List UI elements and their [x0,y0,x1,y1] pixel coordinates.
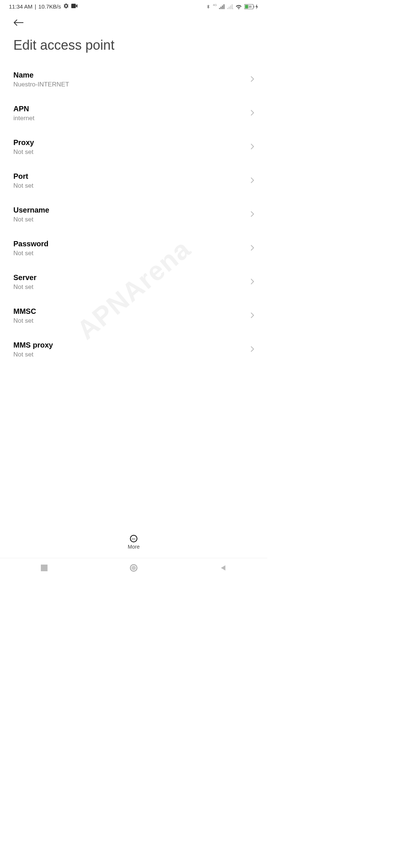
charging-icon [255,4,258,9]
setting-mmsc[interactable]: MMSC Not set [13,299,254,333]
setting-label: Password [13,240,246,248]
status-time: 11:34 AM [9,3,32,10]
chevron-right-icon [250,312,254,320]
gear-icon [63,3,69,10]
svg-rect-0 [71,4,76,8]
status-right: 4G × 38 [206,4,258,10]
setting-label: Proxy [13,138,246,147]
setting-value: Not set [13,317,246,325]
setting-port[interactable]: Port Not set [13,164,254,198]
battery-icon: 38 [244,4,258,9]
setting-value: Not set [13,351,246,358]
setting-mms-proxy[interactable]: MMS proxy Not set [13,333,254,366]
settings-list: Name Nuestro-INTERNET APN internet Proxy… [0,63,267,366]
setting-label: Name [13,71,246,79]
setting-apn[interactable]: APN internet [13,96,254,130]
chevron-right-icon [250,244,254,253]
setting-password[interactable]: Password Not set [13,231,254,265]
camera-icon [71,3,78,10]
chevron-right-icon [250,346,254,354]
signal-sim1-icon [219,4,225,9]
setting-label: MMS proxy [13,341,246,349]
svg-point-8 [131,566,136,570]
chevron-right-icon [250,177,254,185]
svg-text:×: × [232,7,233,9]
setting-label: Port [13,172,246,181]
page-title: Edit access point [0,31,267,63]
svg-text:38: 38 [248,4,252,8]
svg-rect-6 [41,565,48,571]
status-separator: | [35,3,36,10]
more-label: More [128,544,140,550]
setting-value: Not set [13,182,246,190]
wifi-icon [235,4,242,9]
bluetooth-icon [206,4,211,10]
chevron-right-icon [250,76,254,84]
setting-value: Not set [13,283,246,291]
network-4g-icon: 4G [213,3,217,7]
setting-label: APN [13,105,246,113]
navigation-bar [0,558,267,579]
status-bar: 11:34 AM | 10.7KB/s 4G × 38 [0,0,267,13]
setting-label: MMSC [13,307,246,316]
nav-back-button[interactable] [220,565,226,573]
setting-label: Username [13,206,246,214]
setting-value: Not set [13,148,246,156]
more-icon: ••• [130,535,137,542]
chevron-right-icon [250,143,254,151]
status-speed: 10.7KB/s [38,3,61,10]
setting-value: internet [13,115,246,122]
back-button[interactable] [13,19,24,26]
setting-value: Not set [13,250,246,257]
setting-server[interactable]: Server Not set [13,265,254,299]
bottom-toolbar: ••• More [0,530,267,554]
signal-sim2-icon: × [227,4,233,9]
setting-label: Server [13,273,246,282]
chevron-right-icon [250,211,254,219]
setting-value: Nuestro-INTERNET [13,81,246,88]
header [0,13,267,31]
setting-name[interactable]: Name Nuestro-INTERNET [13,63,254,96]
chevron-right-icon [250,109,254,118]
chevron-right-icon [250,278,254,286]
setting-proxy[interactable]: Proxy Not set [13,130,254,164]
svg-rect-4 [254,6,254,8]
more-button[interactable]: ••• More [128,535,140,550]
setting-value: Not set [13,216,246,223]
status-left: 11:34 AM | 10.7KB/s [9,3,78,10]
nav-recent-button[interactable] [41,565,48,573]
nav-home-button[interactable] [130,564,138,573]
setting-username[interactable]: Username Not set [13,198,254,231]
svg-rect-3 [245,5,248,8]
